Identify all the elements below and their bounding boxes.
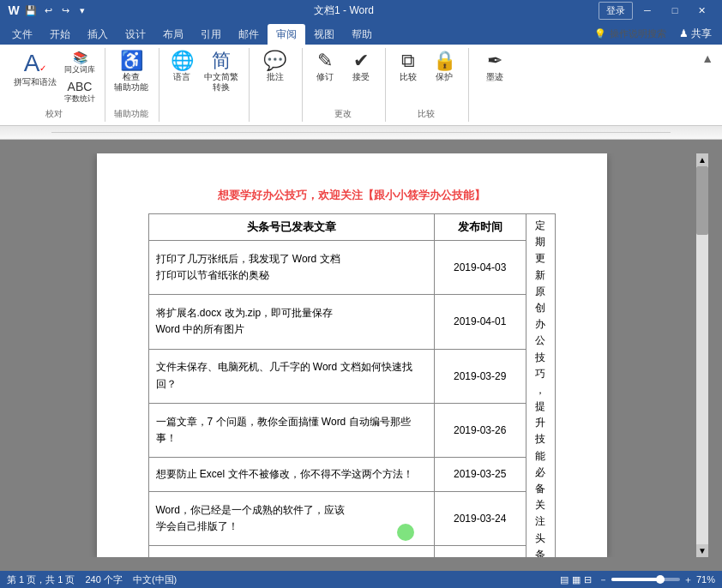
tab-file[interactable]: 文件: [3, 24, 41, 45]
status-bar: 第 1 页，共 1 页 240 个字 中文(中国) ▤ ▦ ⊟ － ＋ 71%: [0, 571, 722, 588]
accessibility-icon: ♿: [120, 51, 143, 70]
group-accessibility-content: ♿ 检查辅助功能: [111, 50, 152, 106]
search-label[interactable]: 操作说明搜索: [610, 27, 666, 40]
tab-home[interactable]: 开始: [41, 24, 79, 45]
compare-button[interactable]: ⧉ 比较: [391, 50, 425, 84]
ruler: [0, 126, 722, 140]
article-date-cell: 2019-03-24: [434, 491, 526, 545]
tab-help[interactable]: 帮助: [343, 24, 381, 45]
track-changes-button[interactable]: ✎ 修订: [308, 50, 342, 84]
read-layout-icon[interactable]: ⊟: [584, 574, 592, 585]
tab-insert[interactable]: 插入: [79, 24, 117, 45]
tab-review[interactable]: 审阅: [268, 24, 305, 45]
article-content-cell: 一篇文章，7 个问题，教你全面搞懂 Word 自动编号那些事！: [148, 403, 434, 457]
scroll-track[interactable]: [696, 166, 708, 544]
page-header: 想要学好办公技巧，欢迎关注【跟小小筱学办公技能】: [148, 188, 556, 203]
side-note: 定期更新原创办公技巧，提升技能必备关注头条号！: [526, 213, 556, 557]
table-area: 头条号已发表文章 发布时间 打印了几万张纸后，我发现了 Word 文档打印可以节…: [148, 213, 556, 557]
zoom-slider[interactable]: [611, 578, 680, 581]
check-accessibility-button[interactable]: ♿ 检查辅助功能: [111, 50, 152, 94]
group-track: ✎ 修订 ✔ 接受 更改: [304, 48, 386, 122]
customize-quick-icon[interactable]: ▾: [75, 3, 89, 17]
table-row: 文件未保存、电脑死机、几千字的 Word 文档如何快速找回？2019-03-29: [148, 349, 526, 403]
protect-button[interactable]: 🔒 保护: [427, 50, 461, 84]
protect-label: 保护: [436, 72, 453, 82]
accessibility-label: 检查辅助功能: [114, 72, 148, 93]
comment-icon: 💬: [263, 51, 286, 70]
language-icon: 🌐: [171, 51, 194, 70]
ribbon-content: A✓ 拼写和语法 📚 同义词库 ABC 字数统计 校对: [0, 45, 722, 126]
thesaurus-button[interactable]: 📚 同义词库: [62, 50, 98, 77]
zoom-thumb: [656, 575, 665, 584]
wordcount-icon: ABC: [68, 81, 93, 93]
group-compare-content: ⧉ 比较 🔒 保护: [391, 50, 461, 106]
share-button[interactable]: ♟ 共享: [672, 23, 719, 45]
login-button[interactable]: 登录: [599, 2, 633, 20]
group-jiaodui-label: 校对: [45, 106, 63, 120]
tab-view[interactable]: 视图: [305, 24, 343, 45]
page-info: 第 1 页，共 1 页: [7, 573, 75, 586]
table-header-article: 头条号已发表文章: [148, 214, 434, 241]
ink-label: 墨迹: [486, 72, 503, 82]
group-language: 🌐 语言 简 中文简繁转换: [161, 48, 250, 122]
scroll-down-button[interactable]: ▼: [696, 544, 708, 557]
zoom-in-button[interactable]: ＋: [683, 573, 693, 586]
spellcheck-icon: A✓: [24, 51, 47, 75]
layout-view-buttons: ▤ ▦ ⊟: [560, 574, 592, 585]
title-bar-right: 登录 ─ □ ✕: [599, 0, 715, 21]
group-language-content: 🌐 语言 简 中文简繁转换: [165, 50, 242, 118]
ribbon-right-area: 💡 操作说明搜索 ♟ 共享: [588, 23, 719, 45]
wordcount-button[interactable]: ABC 字数统计: [62, 79, 98, 106]
ribbon-tabs: 文件 开始 插入 设计 布局 引用 邮件 审阅 视图 帮助 💡 操作说明搜索 ♟…: [0, 21, 722, 45]
article-content-cell: 文件未保存、电脑死机、几千字的 Word 文档如何快速找回？: [148, 349, 434, 403]
restore-button[interactable]: □: [662, 0, 688, 21]
group-compare: ⧉ 比较 🔒 保护 比较: [388, 48, 469, 122]
print-layout-icon[interactable]: ▤: [560, 574, 569, 585]
compare-label: 比较: [400, 72, 417, 82]
title-bar: W 💾 ↩ ↪ ▾ 文档1 - Word 登录 ─ □ ✕: [0, 0, 722, 21]
zoom-out-button[interactable]: －: [599, 573, 608, 586]
article-content-cell: 想要防止 Excel 文件不被修改，你不得不学这两个方法！: [148, 458, 434, 492]
side-note-text: 定期更新原创办公技巧，提升技能必备关注头条号！: [535, 218, 545, 557]
minimize-button[interactable]: ─: [635, 0, 660, 21]
undo-quick-icon[interactable]: ↩: [41, 3, 55, 17]
save-quick-icon[interactable]: 💾: [24, 3, 38, 17]
article-date-cell: 2019-03-26: [434, 403, 526, 457]
table-row: Word，你已经是一个成熟的软件了，应该学会自己排版了！2019-03-24: [148, 491, 526, 545]
ink-button[interactable]: ✒ 墨迹: [478, 50, 512, 84]
article-content-cell: Word，你已经是一个成熟的软件了，应该学会自己排版了！: [148, 491, 434, 545]
language-button[interactable]: 🌐 语言: [165, 50, 199, 84]
scroll-up-button[interactable]: ▲: [696, 153, 708, 166]
simplify-convert-button[interactable]: 简 中文简繁转换: [201, 50, 242, 94]
document-page: 想要学好办公技巧，欢迎关注【跟小小筱学办公技能】 头条号已发表文章 发布时间 打…: [97, 153, 607, 557]
group-jiaodui-content: A✓ 拼写和语法 📚 同义词库 ABC 字数统计: [10, 50, 98, 106]
jiaodui-small-buttons: 📚 同义词库 ABC 字数统计: [62, 50, 98, 106]
group-compare-label: 比较: [418, 106, 435, 120]
articles-table: 头条号已发表文章 发布时间 打印了几万张纸后，我发现了 Word 文档打印可以节…: [148, 213, 526, 557]
ribbon-search-area[interactable]: 💡 操作说明搜索: [588, 25, 672, 43]
group-ink-content: ✒ 墨迹: [478, 50, 512, 118]
close-button[interactable]: ✕: [689, 0, 715, 21]
spellcheck-button[interactable]: A✓ 拼写和语法: [10, 50, 60, 89]
document-area: 想要学好办公技巧，欢迎关注【跟小小筱学办公技能】 头条号已发表文章 发布时间 打…: [0, 140, 722, 571]
zoom-fill: [611, 578, 660, 581]
group-accessibility: ♿ 检查辅助功能 辅助功能: [107, 48, 159, 122]
document-scroll-area[interactable]: 想要学好办公技巧，欢迎关注【跟小小筱学办公技能】 头条号已发表文章 发布时间 打…: [14, 153, 689, 557]
web-layout-icon[interactable]: ▦: [572, 574, 581, 585]
scroll-thumb[interactable]: [696, 166, 708, 235]
group-ink: ✒ 墨迹: [471, 48, 522, 122]
group-track-content: ✎ 修订 ✔ 接受: [308, 50, 378, 106]
redo-quick-icon[interactable]: ↪: [58, 3, 72, 17]
accept-button[interactable]: ✔ 接受: [344, 50, 378, 84]
document-title: 文档1 - Word: [314, 3, 374, 18]
accept-label: 接受: [352, 72, 370, 82]
zoom-percent[interactable]: 71%: [696, 574, 715, 585]
vertical-scrollbar[interactable]: ▲ ▼: [696, 153, 708, 557]
tab-layout[interactable]: 布局: [154, 24, 192, 45]
tab-mailings[interactable]: 邮件: [230, 24, 268, 45]
tab-design[interactable]: 设计: [117, 24, 154, 45]
ribbon-collapse-button[interactable]: ▲: [700, 50, 715, 67]
tab-references[interactable]: 引用: [192, 24, 230, 45]
comment-button[interactable]: 💬 批注: [258, 50, 292, 84]
group-comment: 💬 批注: [251, 48, 303, 122]
